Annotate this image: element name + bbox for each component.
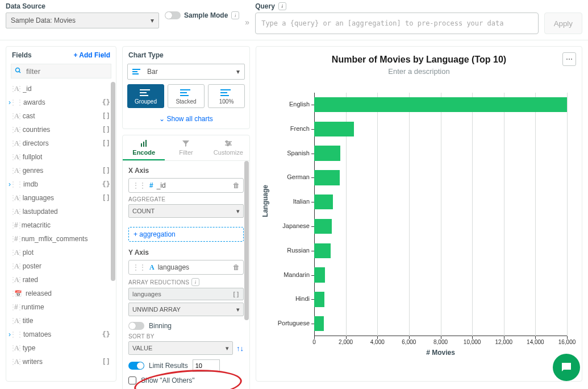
drag-handle-icon[interactable]: ⋮⋮ (10, 303, 23, 311)
add-field-button[interactable]: + Add Field (73, 51, 110, 59)
bar[interactable] (314, 170, 340, 185)
field-row[interactable]: ⋮⋮Alastupdated (6, 205, 116, 218)
field-row[interactable]: ⋮⋮Alanguages[] (6, 191, 116, 205)
data-source-select[interactable]: Sample Data: Movies ▾ (6, 13, 159, 28)
drag-handle-icon[interactable]: ⋮⋮ (132, 263, 146, 271)
drag-handle-icon[interactable]: ⋮⋮ (10, 85, 23, 93)
bar[interactable] (314, 219, 332, 234)
field-row[interactable]: ⋮⋮#metacritic (6, 218, 116, 232)
sample-mode-toggle[interactable] (165, 11, 181, 19)
type-badge: [] (102, 112, 110, 120)
sort-direction-button[interactable]: ↑↓ (236, 344, 244, 353)
field-row[interactable]: ⋮⋮📅released (6, 287, 116, 300)
drag-handle-icon[interactable]: ⋮⋮ (10, 139, 23, 147)
field-row[interactable]: ⋮⋮Acountries[] (6, 123, 116, 136)
sort-by-select[interactable]: VALUE ▾ (128, 341, 233, 355)
drag-handle-icon[interactable]: ⋮⋮ (10, 180, 23, 188)
field-row[interactable]: ⋮⋮Atitle (6, 314, 116, 328)
delete-icon[interactable]: 🗑 (233, 181, 240, 189)
scrollbar[interactable] (244, 161, 249, 389)
tab-filter[interactable]: Filter (165, 135, 207, 160)
array-reduction-select[interactable]: UNWIND ARRAY ▾ (128, 303, 244, 316)
drag-handle-icon[interactable]: ⋮⋮ (10, 262, 23, 270)
scrollbar-thumb[interactable] (244, 161, 249, 320)
field-row[interactable]: ⋮⋮Agenres[] (6, 164, 116, 177)
top-bar: Data Source Sample Data: Movies ▾ Sample… (0, 0, 588, 40)
field-row[interactable]: ⋮⋮Aposter (6, 259, 116, 273)
layout-grouped-button[interactable]: Grouped (127, 84, 164, 108)
field-row[interactable]: ⋮⋮Aplot (6, 246, 116, 259)
drag-handle-icon[interactable]: ⋮⋮ (10, 276, 23, 284)
type-badge: {} (102, 98, 110, 106)
field-row[interactable]: ⋮⋮Acast[] (6, 109, 116, 123)
field-row[interactable]: ›⋮⋮awards{} (6, 96, 116, 109)
limit-results-input[interactable] (193, 359, 220, 372)
field-row[interactable]: ›⋮⋮imdb{} (6, 177, 116, 191)
drag-handle-icon[interactable]: ⋮⋮ (10, 221, 23, 229)
fields-filter-input[interactable] (25, 67, 123, 76)
field-row[interactable]: ›⋮⋮tomatoes{} (6, 328, 116, 341)
category-label: Spanish (287, 150, 314, 156)
bar[interactable] (314, 292, 324, 307)
show-all-others-checkbox[interactable] (128, 376, 136, 384)
drag-handle-icon[interactable]: ⋮⋮ (10, 98, 23, 106)
tab-encode[interactable]: Encode (123, 135, 165, 160)
help-chat-button[interactable] (553, 354, 580, 381)
drag-handle-icon[interactable]: ⋮⋮ (10, 167, 23, 175)
x-tick-label: 10,000 (464, 339, 481, 345)
bar[interactable] (314, 243, 331, 259)
binning-toggle[interactable] (128, 322, 144, 330)
y-axis-field-chip[interactable]: ⋮⋮ A languages 🗑 (128, 260, 244, 275)
field-row[interactable]: ⋮⋮Afullplot (6, 150, 116, 164)
drag-handle-icon[interactable]: ⋮⋮ (10, 358, 23, 366)
info-icon[interactable]: i (191, 278, 199, 286)
field-row[interactable]: ⋮⋮#num_mflix_comments (6, 232, 116, 246)
drag-handle-icon[interactable]: ⋮⋮ (132, 181, 146, 189)
drag-handle-icon[interactable]: ⋮⋮ (10, 208, 23, 216)
layout-100%-button[interactable]: 100% (208, 84, 245, 108)
bar[interactable] (314, 267, 325, 283)
apply-button[interactable]: Apply (544, 13, 582, 34)
bar[interactable] (314, 146, 340, 161)
drag-handle-icon[interactable]: ⋮⋮ (10, 317, 23, 325)
field-row[interactable]: ⋮⋮Atype (6, 341, 116, 355)
bar[interactable] (314, 97, 567, 113)
chart-menu-button[interactable]: ⋯ (562, 52, 576, 66)
category-label: Italian (293, 198, 314, 205)
drag-handle-icon[interactable]: ⋮⋮ (10, 289, 23, 297)
chart-title[interactable]: Number of Movies by Language (Top 10) (262, 55, 576, 65)
tab-customize[interactable]: Customize (207, 135, 249, 160)
field-row[interactable]: ⋮⋮Awriters[] (6, 355, 116, 369)
field-row[interactable]: ⋮⋮Adirectors[] (6, 136, 116, 150)
drag-handle-icon[interactable]: ⋮⋮ (10, 112, 23, 120)
drag-handle-icon[interactable]: ⋮⋮ (10, 330, 23, 338)
query-input[interactable]: Type a {query} or an [aggregation] to pr… (255, 13, 539, 34)
fields-filter[interactable] (11, 64, 111, 78)
chart-description[interactable]: Enter a description (262, 67, 576, 76)
layout-stacked-button[interactable]: Stacked (168, 84, 205, 108)
delete-icon[interactable]: 🗑 (233, 263, 240, 271)
drag-handle-icon[interactable]: ⋮⋮ (10, 126, 23, 134)
aggregate-select[interactable]: COUNT ▾ (128, 204, 244, 218)
limit-results-toggle[interactable] (128, 362, 144, 370)
drag-handle-icon[interactable]: ⋮⋮ (10, 235, 23, 243)
info-icon[interactable]: i (278, 2, 286, 10)
drag-handle-icon[interactable]: ⋮⋮ (10, 249, 23, 256)
x-axis-field-chip[interactable]: ⋮⋮ # _id 🗑 (128, 178, 244, 193)
chart-type-select[interactable]: Bar ▾ (127, 64, 245, 80)
y-axis-title: Y Axis (128, 249, 244, 256)
bar[interactable] (314, 122, 354, 137)
drag-handle-icon[interactable]: ⋮⋮ (10, 194, 23, 202)
sample-mode-section: Sample Mode i (165, 2, 239, 23)
chart-type-panel: Chart Type Bar ▾ GroupedStacked100% ⌄ Sh… (122, 46, 250, 129)
bar[interactable] (314, 316, 324, 332)
bar[interactable] (314, 194, 333, 210)
field-row[interactable]: ⋮⋮A_id (6, 82, 116, 96)
drag-handle-icon[interactable]: ⋮⋮ (10, 153, 23, 161)
field-row[interactable]: ⋮⋮#runtime (6, 300, 116, 314)
info-icon[interactable]: i (231, 11, 239, 19)
field-row[interactable]: ⋮⋮Arated (6, 273, 116, 287)
show-all-charts-link[interactable]: ⌄ Show all charts (123, 113, 249, 129)
add-aggregation-button[interactable]: + aggregation (128, 227, 244, 242)
drag-handle-icon[interactable]: ⋮⋮ (10, 344, 23, 352)
